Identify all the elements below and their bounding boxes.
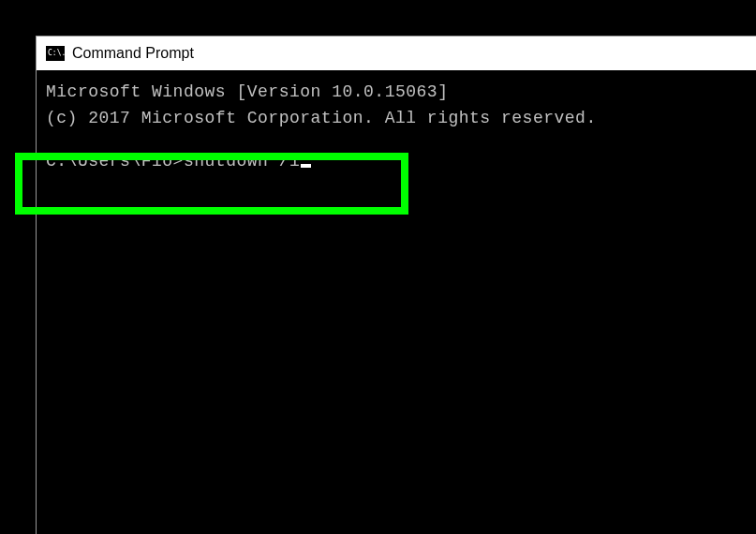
terminal-body[interactable]: Microsoft Windows [Version 10.0.15063] (… (37, 70, 756, 185)
cmd-icon-text: C:\. (48, 50, 66, 57)
copyright-line: (c) 2017 Microsoft Corporation. All righ… (46, 106, 747, 132)
prompt-text: C:\Users\Flo> (46, 149, 184, 175)
window-title: Command Prompt (72, 45, 194, 62)
title-bar[interactable]: C:\. Command Prompt (37, 37, 756, 70)
version-line: Microsoft Windows [Version 10.0.15063] (46, 80, 747, 106)
prompt-line: C:\Users\Flo>shutdown /i (46, 149, 747, 175)
command-prompt-window: C:\. Command Prompt Microsoft Windows [V… (36, 36, 756, 534)
cursor (301, 164, 311, 168)
command-text: shutdown /i (184, 149, 300, 175)
blank-line (46, 132, 747, 149)
cmd-icon: C:\. (46, 46, 65, 61)
